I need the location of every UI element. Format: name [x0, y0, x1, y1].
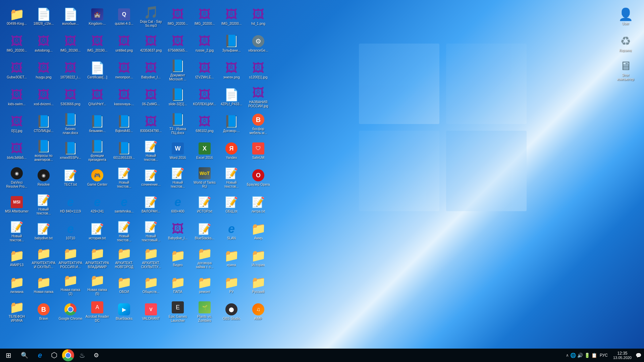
desktop-icon-hd1[interactable]: 🖼 hd_1.png — [245, 3, 272, 30]
desktop-icon-right-user[interactable]: 👤 User — [612, 3, 639, 30]
desktop-icon-s1200[interactable]: 🖼 s1200[1].jpg — [245, 57, 272, 84]
desktop-icon-PAPA[interactable]: 📁 ПАПА — [164, 272, 191, 298]
taskbar-volume-icon[interactable]: 🔊 — [577, 353, 583, 358]
desktop-icon-686102[interactable]: 🖼 686102.png — [191, 111, 218, 137]
desktop-icon-QXaVHeY[interactable]: 🖼 QXaVHeY... — [84, 84, 111, 111]
taskbar-chrome[interactable] — [61, 349, 75, 362]
desktop-icon-IMG_20200_2[interactable]: 🖼 IMG_20200... — [164, 3, 191, 30]
taskbar-expand-icon[interactable]: ∧ — [566, 353, 569, 358]
desktop-icon-fZVZWrLE[interactable]: 🖼 fZVZWrLE... — [191, 57, 218, 84]
desktop-icon-voprosi_po[interactable]: 📘 вопросы по анкетиров... — [30, 137, 57, 164]
desktop-icon-OBS[interactable]: ⬤ OBS Studio — [218, 298, 245, 325]
desktop-icon-Obshest[interactable]: 📁 Обществ... — [138, 272, 164, 298]
desktop-icon-T3_Irina[interactable]: 📘 Т3 - Ирина ПЦ.docx — [164, 111, 191, 137]
desktop-icon-volob[interactable]: 📄 волобые... — [57, 3, 84, 30]
desktop-icon-Yandex[interactable]: Я Yandex — [218, 137, 245, 164]
desktop-icon-zulfanio[interactable]: 📘 Зульфани... — [218, 30, 245, 57]
desktop-icon-istoriya.txt[interactable]: 📝 история.txt — [84, 218, 111, 245]
desktop-icon-RU[interactable]: 📁 РУ — [218, 272, 245, 298]
desktop-icon-AMIR13[interactable]: 📁 АМИР13 — [3, 245, 30, 272]
desktop-icon-right-recycle[interactable]: ♻ Корзина — [612, 30, 639, 57]
desktop-icon-PvZ[interactable]: 🌱 Plants vs. Zombies — [191, 298, 218, 325]
desktop-icon-funkcii[interactable]: 📘 функции президента — [84, 137, 111, 164]
taskbar-settings[interactable]: ⚙ — [90, 349, 103, 362]
desktop-icon-Russkiy[interactable]: 📁 Русский — [245, 272, 272, 298]
desktop-icon-18738222[interactable]: 🖼 18738222_i... — [57, 57, 84, 84]
desktop-icon-xod-dvizeni[interactable]: 🖼 xod-dvizeni... — [30, 84, 57, 111]
desktop-icon-Istoriya[interactable]: 📁 История — [245, 245, 272, 272]
desktop-icon-Amir[interactable]: 📁 Амир — [245, 218, 272, 245]
desktop-icon-Noviy7[interactable]: 📝 Новый текстов... — [218, 164, 245, 191]
desktop-icon-pnpoprop[interactable]: 🖼 пнпопрол... — [111, 57, 138, 84]
desktop-icon-Doc_Microsoft[interactable]: 📘 Документ Microsoft ... — [164, 57, 191, 84]
desktop-icon-Brave[interactable]: B Brave — [30, 298, 57, 325]
desktop-icon-MSI[interactable]: MSI MSI Afterburner — [3, 191, 30, 218]
desktop-icon-STOLICIY[interactable]: 📘 СТОЛИЦЫ... — [30, 111, 57, 137]
desktop-icon-Noviy6[interactable]: 📝 Новый текстов... — [164, 164, 191, 191]
desktop-icon-SafeUM[interactable]: 🛡 SafeUM — [245, 137, 272, 164]
desktop-icon-quizlet[interactable]: Q quizlet-4-3... — [111, 3, 138, 30]
desktop-icon-Resolve[interactable]: ◉ Resolve — [30, 164, 57, 191]
desktop-icon-Noviy5[interactable]: 📝 Новый текстов... — [138, 137, 164, 164]
desktop-icon-Gubw3OET[interactable]: 🖼 Gubw3OET... — [3, 57, 30, 84]
desktop-icon-Novaya_papka[interactable]: 📁 Новая папка — [30, 272, 57, 298]
desktop-icon-BqbmA40[interactable]: 📘 BqbmA40... — [111, 111, 138, 137]
desktop-icon-GameCenter[interactable]: 🎮 Game Center — [84, 164, 111, 191]
desktop-icon-Noviy_textoviy[interactable]: 📝 Новый текстовый... — [138, 218, 164, 245]
desktop-icon-42353637[interactable]: 🖼 42353637.png — [138, 30, 164, 57]
desktop-icon-5363666[interactable]: 🖼 5363666.png — [57, 84, 84, 111]
desktop-icon-WoT[interactable]: WoT World of Tanks RU — [191, 164, 218, 191]
desktop-icon-18828_c1fe[interactable]: 📄 18828_c1fe... — [30, 3, 57, 30]
search-button[interactable]: 🔍 — [17, 349, 32, 362]
desktop-icon-liliana[interactable]: 📁 лилиана — [3, 272, 30, 298]
taskbar-notification-icon[interactable]: 💬 — [636, 353, 641, 358]
desktop-icon-NAZVANIYA[interactable]: 🖼 НАЗВАНИЯ РОСCИИ.jpg — [245, 84, 272, 111]
desktop-icon-TEST.txt[interactable]: 📝 ТЕСТ.txt — [57, 164, 84, 191]
desktop-icon-irina[interactable]: 📁 ирина — [218, 245, 245, 272]
desktop-icon-litra.txt[interactable]: 📝 литра.txt — [245, 191, 272, 218]
desktop-icon-Opera[interactable]: O Браузер Opera — [245, 164, 272, 191]
desktop-icon-bosfore[interactable]: B босфор мебель.w... — [245, 111, 272, 137]
taskbar-steam[interactable]: ♨ — [75, 349, 89, 362]
desktop-icon-SLAN[interactable]: e SLAN — [218, 218, 245, 245]
taskbar-clock[interactable]: 12:35 13.05.2020 — [610, 351, 634, 360]
desktop-icon-ARH_RUSSIA[interactable]: 📁 АРХИТЕКТУРА РОССИЯ И... — [57, 245, 84, 272]
desktop-icon-sochinenie[interactable]: 📝 сочинение... — [138, 164, 164, 191]
desktop-icon-KOLLEKTSII[interactable]: 🖼 КОЛЛЕКЦИИ... — [191, 84, 218, 111]
desktop-icon-IMG_20190_1[interactable]: 🖼 IMG_20190... — [57, 30, 84, 57]
desktop-icon-russie2[interactable]: 🖼 russie_2.jpg — [191, 30, 218, 57]
desktop-icon-VALORAN[interactable]: 📝 ВАЛОРАН... — [138, 191, 164, 218]
desktop-icon-bezimyanniy[interactable]: 📘 безымян... — [84, 111, 111, 137]
desktop-icon-HD840x1119[interactable]: e HD 840×1119 — [57, 191, 84, 218]
start-button[interactable]: ⊞ — [0, 349, 17, 362]
desktop-icon-Excel2016[interactable]: X Excel 2016 — [191, 137, 218, 164]
desktop-icon-biznes_plan[interactable]: 📘 бизнес план.docx — [57, 111, 84, 137]
desktop-icon-remont[interactable]: 📁 ремонт — [191, 272, 218, 298]
desktop-icon-vibranceGo[interactable]: ⚙ vibranceGe... — [245, 30, 272, 57]
desktop-icon-Noviy1[interactable]: 📝 Новый текстов... — [3, 218, 30, 245]
desktop-icon-OBSH.txt[interactable]: 📝 ОБЩ.bt — [218, 191, 245, 218]
taskbar-cortana[interactable]: ⬡ — [47, 349, 61, 362]
desktop-icon-ARH_SKULPT[interactable]: 📁 АРХИТЕКТУРА И СКУЛЬП... — [30, 245, 57, 272]
desktop-icon-Google_Chrome[interactable]: Google Chrome — [57, 298, 84, 325]
desktop-icon-IMG_20190_2[interactable]: 🖼 IMG_20190... — [84, 30, 111, 57]
desktop-icon-Babydive_I[interactable]: 🖼 Babydive_I... — [138, 57, 164, 84]
desktop-icon-xmwx8SSPv[interactable]: 📘 xmwx8SSPv... — [57, 137, 84, 164]
taskbar-lang[interactable]: РУС — [598, 353, 609, 358]
desktop-icon-Noviy4[interactable]: 📝 Новый текстов... — [111, 218, 138, 245]
desktop-icon-TELEFON_IRINA[interactable]: 📁 ТЕЛЕФОН ИРИНА — [3, 298, 30, 325]
desktop-icon-ISTOR.txt[interactable]: 📝 ИСТОР.txt — [191, 191, 218, 218]
desktop-icon-huygu.png[interactable]: 🖼 huygu.png — [30, 57, 57, 84]
desktop-icon-kids-swim[interactable]: 🖼 kids-swim... — [3, 84, 30, 111]
desktop-icon-Novaya_papka5[interactable]: 📁 Новая папка (5) — [84, 272, 111, 298]
desktop-icon-6011955339[interactable]: 📘 6011955339... — [111, 137, 138, 164]
desktop-icon-avtodorog[interactable]: 🖼 avtodorog... — [30, 30, 57, 57]
desktop-icon-IMG_20200_3[interactable]: 🖼 IMG_20200... — [191, 3, 218, 30]
desktop-icon-Certificate[interactable]: 📄 Certificate[...] — [84, 57, 111, 84]
desktop-icon-right-this_pc[interactable]: 🖥 Этот компьютер — [612, 57, 639, 84]
desktop-icon-00499-King[interactable]: 📁 00499-King... — [3, 3, 30, 30]
desktop-icon-DaVinci[interactable]: ◉ DaVinci Resolve Pro... — [3, 164, 30, 191]
desktop-icon-IMG_20200[interactable]: 🖼 IMG_20200... — [3, 30, 30, 57]
desktop-icon-429x241[interactable]: e 429×241 — [84, 191, 111, 218]
desktop-icon-ARH_NOVGOROD[interactable]: 📁 АРХИТЕКТ. НОВГОРОД — [111, 245, 138, 272]
